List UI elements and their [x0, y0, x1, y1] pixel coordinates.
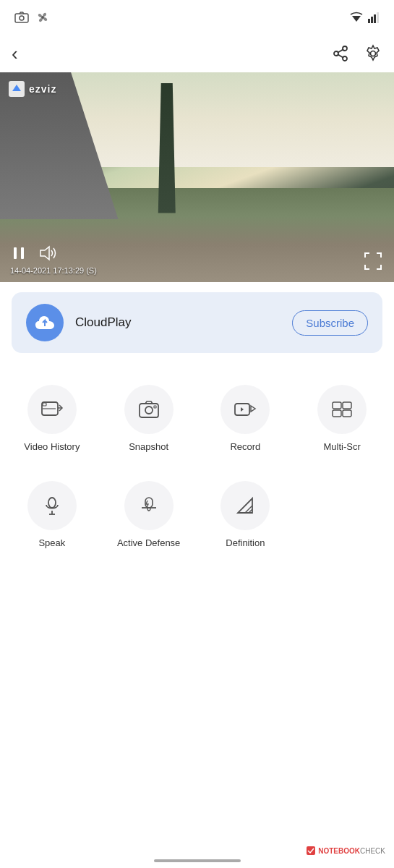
- definition-icon: [235, 495, 255, 516]
- action-item-record[interactable]: Record: [201, 378, 291, 459]
- definition-icon-circle: [220, 481, 270, 530]
- speak-icon: [42, 495, 62, 516]
- settings-button[interactable]: [364, 44, 382, 63]
- svg-rect-31: [333, 410, 341, 417]
- action-grid-row1: Video History Snapshot Record: [0, 363, 394, 467]
- watermark: NOTEBOOKCHECK: [307, 846, 385, 855]
- svg-rect-20: [43, 403, 46, 406]
- svg-marker-18: [40, 247, 49, 260]
- action-grid-row2: Speak Active Defense Definition: [0, 467, 394, 563]
- top-nav-right: [332, 44, 382, 63]
- snapshot-label: Snapshot: [129, 441, 168, 452]
- wifi-icon: [349, 12, 364, 23]
- record-icon-circle: [220, 385, 270, 434]
- svg-line-11: [338, 55, 343, 58]
- multi-screen-label: Multi-Scr: [323, 441, 360, 452]
- video-history-icon-circle: [27, 385, 77, 434]
- svg-marker-15: [12, 85, 21, 91]
- fan-icon: [36, 11, 49, 24]
- svg-point-8: [343, 46, 347, 51]
- share-button[interactable]: [332, 45, 349, 62]
- action-item-definition[interactable]: Definition: [201, 474, 291, 556]
- photo-icon: [14, 12, 29, 23]
- svg-point-9: [334, 51, 338, 56]
- svg-line-39: [245, 506, 252, 513]
- cloudplay-banner: CloudPlay Subscribe: [12, 292, 382, 353]
- video-history-icon: [40, 399, 64, 420]
- svg-line-12: [338, 50, 343, 53]
- svg-marker-13: [367, 46, 379, 60]
- video-timestamp: 14-04-2021 17:13:29 (S): [10, 266, 97, 275]
- svg-rect-4: [368, 19, 370, 23]
- svg-rect-17: [21, 247, 24, 259]
- watermark-brand-suffix: CHECK: [360, 847, 385, 855]
- volume-button[interactable]: [39, 245, 58, 261]
- active-defense-icon-circle: [124, 481, 174, 530]
- ezviz-logo: ezviz: [9, 81, 56, 97]
- multi-screen-icon-circle: [317, 385, 367, 434]
- action-item-empty: [297, 474, 387, 556]
- top-nav: ‹: [0, 35, 394, 72]
- fullscreen-button[interactable]: [364, 252, 382, 271]
- watermark-brand-highlight: NOTEBOOK: [318, 847, 360, 855]
- action-item-video-history[interactable]: Video History: [7, 378, 97, 459]
- cloudplay-title: CloudPlay: [75, 315, 280, 330]
- video-player[interactable]: ezviz 14-04-2021 17:13:29 (S): [0, 72, 394, 282]
- speak-label: Speak: [38, 537, 65, 548]
- svg-rect-29: [333, 402, 341, 409]
- pause-button[interactable]: [10, 244, 27, 262]
- svg-point-14: [371, 51, 376, 56]
- bottom-home-indicator: [154, 859, 241, 862]
- active-defense-label: Active Defense: [117, 537, 180, 548]
- snapshot-icon: [138, 399, 160, 420]
- svg-rect-25: [154, 406, 156, 408]
- svg-point-24: [145, 407, 153, 414]
- svg-point-1: [20, 16, 24, 20]
- action-item-snapshot[interactable]: Snapshot: [104, 378, 194, 459]
- settings-icon: [364, 44, 382, 63]
- svg-point-10: [343, 56, 347, 61]
- back-button[interactable]: ‹: [12, 44, 18, 63]
- action-item-speak[interactable]: Speak: [7, 474, 97, 556]
- volume-icon: [39, 245, 58, 261]
- ezviz-logo-text: ezviz: [29, 83, 56, 95]
- svg-rect-5: [371, 17, 373, 23]
- active-defense-icon: [138, 495, 160, 516]
- svg-point-33: [48, 498, 56, 508]
- status-bar-left: [14, 11, 49, 24]
- action-item-active-defense[interactable]: Active Defense: [104, 474, 194, 556]
- svg-rect-30: [343, 402, 351, 409]
- cloud-upload-icon: [34, 313, 56, 332]
- svg-rect-32: [343, 410, 351, 417]
- snapshot-icon-circle: [124, 385, 174, 434]
- speak-icon-circle: [27, 481, 77, 530]
- fullscreen-icon: [364, 252, 382, 271]
- definition-label: Definition: [226, 537, 265, 548]
- status-bar-right: [349, 12, 380, 23]
- signal-icon: [368, 12, 380, 23]
- svg-rect-7: [377, 12, 379, 23]
- svg-rect-6: [374, 14, 376, 23]
- svg-rect-41: [307, 846, 315, 855]
- watermark-text: NOTEBOOKCHECK: [318, 847, 385, 855]
- video-history-label: Video History: [24, 441, 80, 452]
- pause-icon: [10, 244, 27, 262]
- cloudplay-icon: [26, 304, 64, 341]
- svg-marker-28: [241, 407, 244, 412]
- status-bar: [0, 0, 394, 35]
- action-item-multi-screen[interactable]: Multi-Scr: [297, 378, 387, 459]
- subscribe-button[interactable]: Subscribe: [292, 310, 368, 336]
- multi-screen-icon: [331, 399, 353, 420]
- svg-rect-16: [14, 247, 17, 259]
- svg-marker-3: [352, 16, 361, 22]
- svg-marker-27: [251, 406, 255, 412]
- ezviz-logo-icon: [9, 81, 25, 97]
- svg-rect-0: [15, 14, 28, 22]
- share-icon: [332, 45, 349, 62]
- record-label: Record: [230, 441, 260, 452]
- video-controls: [10, 244, 58, 262]
- record-icon: [234, 399, 257, 420]
